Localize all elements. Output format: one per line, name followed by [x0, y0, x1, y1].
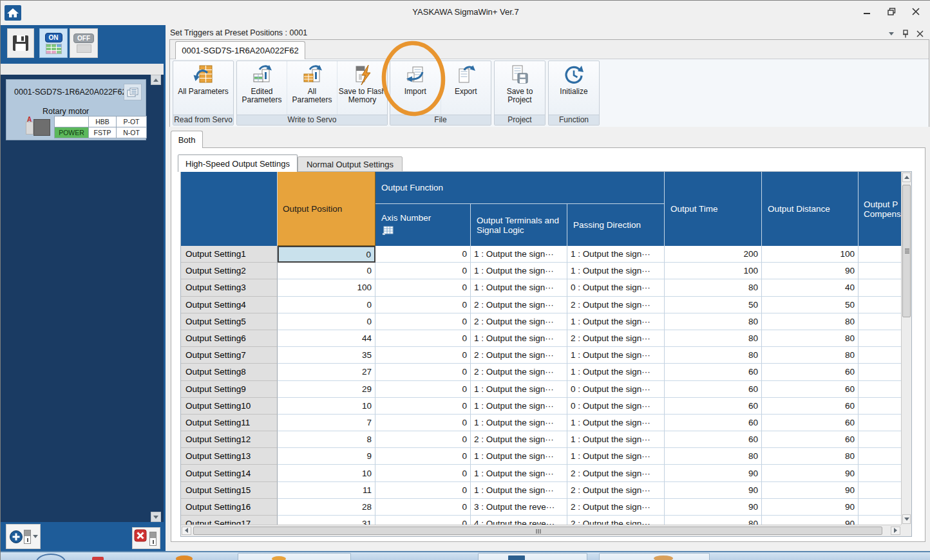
cell-distance[interactable]: 90: [762, 516, 859, 525]
cell-distance[interactable]: 100: [762, 246, 859, 263]
cell-position[interactable]: 31: [278, 516, 375, 525]
cell-distance[interactable]: 60: [762, 364, 859, 380]
cell-time[interactable]: 100: [665, 263, 762, 279]
cell-distance[interactable]: 90: [762, 263, 859, 279]
cell-comp[interactable]: [859, 246, 901, 263]
cell-comp[interactable]: [859, 465, 901, 481]
scroll-down-icon[interactable]: [902, 514, 911, 524]
cell-distance[interactable]: 80: [762, 313, 859, 330]
cell-distance[interactable]: 60: [762, 398, 859, 415]
cell-axis[interactable]: 0: [375, 415, 471, 431]
cell-terminals[interactable]: 2 : Output the sign···: [471, 431, 567, 448]
cell-passing[interactable]: 1 : Output the sign···: [567, 431, 665, 448]
cell-time[interactable]: 80: [665, 347, 762, 364]
cell-name[interactable]: Output Setting10: [181, 398, 278, 415]
cell-name[interactable]: Output Setting9: [181, 381, 278, 398]
cell-axis[interactable]: 0: [375, 381, 471, 398]
cell-passing[interactable]: 1 : Output the sign···: [567, 415, 665, 431]
cell-comp[interactable]: [859, 482, 901, 499]
cell-time[interactable]: 80: [665, 330, 762, 347]
cell-position[interactable]: 29: [278, 381, 375, 398]
write-all-parameters-button[interactable]: All Parameters: [287, 61, 337, 115]
cell-time[interactable]: 200: [665, 246, 762, 263]
cell-terminals[interactable]: 3 : Output the reve···: [471, 499, 567, 516]
cell-axis[interactable]: 0: [375, 263, 471, 279]
save-to-flash-button[interactable]: Save to Flash Memory: [337, 61, 387, 115]
tab-normal-output-settings[interactable]: Normal Output Settings: [298, 156, 403, 172]
cell-terminals[interactable]: 1 : Output the sign···: [471, 465, 567, 481]
cell-name[interactable]: Output Setting15: [181, 482, 278, 499]
cell-comp[interactable]: [859, 279, 901, 296]
cell-position[interactable]: 11: [278, 482, 375, 499]
cell-comp[interactable]: [859, 499, 901, 516]
servo-axis-card[interactable]: 0001-SGD7S-1R6A20A022F62 Rotary motor A …: [6, 79, 146, 140]
cell-name[interactable]: Output Setting2: [181, 263, 278, 279]
display-off-button[interactable]: OFF: [70, 28, 98, 58]
cell-time[interactable]: 80: [665, 313, 762, 330]
cell-axis[interactable]: 0: [375, 364, 471, 380]
header-passing-direction[interactable]: Passing Direction: [567, 204, 665, 246]
cell-position[interactable]: 100: [278, 279, 375, 296]
cell-terminals[interactable]: 1 : Output the sign···: [471, 330, 567, 347]
cell-name[interactable]: Output Setting16: [181, 499, 278, 516]
cell-position[interactable]: 35: [278, 347, 375, 364]
cell-time[interactable]: 80: [665, 279, 762, 296]
display-on-button[interactable]: ON: [39, 28, 68, 58]
cell-axis[interactable]: 0: [375, 465, 471, 481]
cell-name[interactable]: Output Setting5: [181, 313, 278, 330]
cell-position[interactable]: 0: [278, 297, 375, 313]
scroll-left-icon[interactable]: [182, 527, 191, 535]
cell-comp[interactable]: [859, 364, 901, 380]
write-edited-parameters-button[interactable]: Edited Parameters: [237, 61, 287, 115]
remove-axis-button[interactable]: [132, 527, 160, 549]
cell-name[interactable]: Output Setting12: [181, 431, 278, 448]
cell-position[interactable]: 28: [278, 499, 375, 516]
cell-comp[interactable]: [859, 313, 901, 330]
vertical-scrollbar[interactable]: [901, 172, 911, 525]
cell-comp[interactable]: [859, 263, 901, 279]
cell-axis[interactable]: 0: [375, 297, 471, 313]
taskbar-button[interactable]: [599, 553, 710, 560]
axis-detail-button[interactable]: [124, 84, 142, 100]
cell-terminals[interactable]: 1 : Output the sign···: [471, 263, 567, 279]
device-tab[interactable]: 0001-SGD7S-1R6A20A022F62: [175, 41, 305, 59]
cell-time[interactable]: 60: [665, 431, 762, 448]
cell-distance[interactable]: 60: [762, 431, 859, 448]
cell-axis[interactable]: 0: [375, 448, 471, 465]
cell-terminals[interactable]: 1 : Output the sign···: [471, 398, 567, 415]
header-output-distance[interactable]: Output Distance: [762, 172, 859, 246]
cell-position[interactable]: 9: [278, 448, 375, 465]
cell-comp[interactable]: [859, 516, 901, 525]
add-axis-button[interactable]: [6, 524, 41, 549]
cell-axis[interactable]: 0: [375, 516, 471, 525]
scroll-up-icon[interactable]: [902, 173, 911, 182]
scroll-down-icon[interactable]: [151, 512, 161, 522]
initialize-button[interactable]: Initialize: [549, 61, 599, 115]
export-button[interactable]: Export: [441, 61, 491, 115]
vertical-scroll-thumb[interactable]: [902, 185, 911, 317]
cell-name[interactable]: Output Setting7: [181, 347, 278, 364]
sidebar-scrollbar[interactable]: [151, 75, 161, 522]
cell-terminals[interactable]: 1 : Output the sign···: [471, 448, 567, 465]
cell-position[interactable]: 8: [278, 431, 375, 448]
cell-comp[interactable]: [859, 330, 901, 347]
cell-passing[interactable]: 1 : Output the sign···: [567, 347, 665, 364]
cell-distance[interactable]: 80: [762, 448, 859, 465]
cell-comp[interactable]: [859, 297, 901, 313]
cell-time[interactable]: 60: [665, 398, 762, 415]
header-output-position-compensation[interactable]: Output P Compens: [859, 172, 901, 246]
cell-terminals[interactable]: 2 : Output the sign···: [471, 297, 567, 313]
header-output-time[interactable]: Output Time: [665, 172, 762, 246]
cell-passing[interactable]: 0 : Output the sign···: [567, 381, 665, 398]
cell-distance[interactable]: 90: [762, 482, 859, 499]
cell-time[interactable]: 90: [665, 499, 762, 516]
save-to-project-button[interactable]: Save to Project: [495, 61, 545, 115]
cell-comp[interactable]: [859, 431, 901, 448]
header-output-terminals[interactable]: Output Terminals and Signal Logic: [471, 204, 567, 246]
taskbar-button[interactable]: [238, 553, 351, 560]
cell-passing[interactable]: 0 : Output the sign···: [567, 279, 665, 296]
cell-time[interactable]: 60: [665, 364, 762, 380]
cell-name[interactable]: Output Setting11: [181, 415, 278, 431]
cell-axis[interactable]: 0: [375, 482, 471, 499]
panel-pin-button[interactable]: [900, 29, 911, 38]
